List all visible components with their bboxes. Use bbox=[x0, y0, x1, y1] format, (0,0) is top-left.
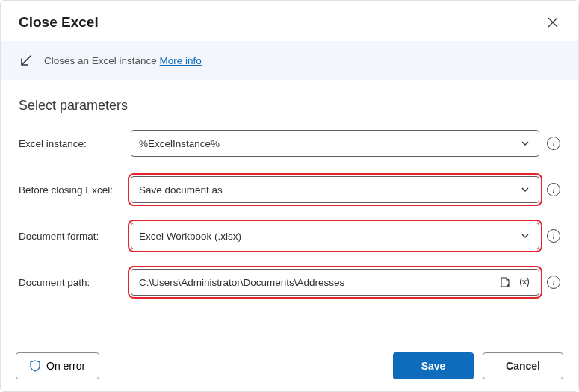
close-button[interactable] bbox=[545, 15, 560, 30]
more-info-link[interactable]: More info bbox=[160, 55, 202, 66]
chevron-down-icon bbox=[519, 231, 531, 240]
on-error-button[interactable]: On error bbox=[16, 352, 99, 379]
cancel-button[interactable]: Cancel bbox=[483, 352, 563, 379]
parameters-section: Select parameters Excel instance: %Excel… bbox=[1, 80, 578, 340]
shield-icon bbox=[30, 360, 40, 372]
label-document-path: Document path: bbox=[19, 277, 131, 288]
chevron-down-icon bbox=[519, 185, 531, 194]
info-icon-document-format[interactable]: i bbox=[547, 229, 560, 243]
label-before-closing: Before closing Excel: bbox=[19, 184, 131, 196]
label-document-format: Document format: bbox=[19, 231, 131, 242]
dialog-footer: On error Save Cancel bbox=[1, 340, 578, 391]
document-format-select[interactable]: Excel Workbook (.xlsx) bbox=[131, 223, 539, 249]
info-icon-document-path[interactable]: i bbox=[547, 276, 560, 289]
dialog-header: Close Excel bbox=[1, 1, 578, 41]
dialog-title: Close Excel bbox=[19, 14, 99, 31]
document-path-value: C:\Users\Administrator\Documents\Address… bbox=[139, 277, 498, 288]
close-icon bbox=[548, 17, 558, 28]
document-path-input[interactable]: C:\Users\Administrator\Documents\Address… bbox=[131, 269, 539, 296]
row-document-path: Document path: C:\Users\Administrator\Do… bbox=[19, 269, 560, 296]
before-closing-value: Save document as bbox=[139, 184, 519, 196]
close-excel-dialog: Close Excel Closes an Excel instance Mor… bbox=[0, 0, 579, 392]
on-error-label: On error bbox=[46, 360, 85, 372]
chevron-down-icon bbox=[519, 139, 531, 148]
section-heading: Select parameters bbox=[19, 98, 560, 113]
arrow-down-left-icon bbox=[19, 53, 34, 68]
row-excel-instance: Excel instance: %ExcelInstance% i bbox=[19, 130, 560, 157]
excel-instance-select[interactable]: %ExcelInstance% bbox=[131, 130, 539, 157]
save-button[interactable]: Save bbox=[393, 352, 474, 379]
row-before-closing: Before closing Excel: Save document as i bbox=[19, 176, 560, 203]
row-document-format: Document format: Excel Workbook (.xlsx) … bbox=[19, 223, 560, 249]
excel-instance-value: %ExcelInstance% bbox=[139, 138, 519, 149]
label-excel-instance: Excel instance: bbox=[19, 138, 131, 149]
info-icon-instance[interactable]: i bbox=[547, 137, 560, 150]
file-picker-icon[interactable] bbox=[498, 276, 512, 288]
document-format-value: Excel Workbook (.xlsx) bbox=[139, 231, 519, 242]
variable-picker-icon[interactable] bbox=[518, 276, 531, 288]
info-text-wrap: Closes an Excel instance More info bbox=[44, 55, 202, 66]
info-icon-before-closing[interactable]: i bbox=[547, 183, 560, 196]
info-bar: Closes an Excel instance More info bbox=[1, 41, 578, 80]
info-text: Closes an Excel instance bbox=[44, 55, 157, 66]
before-closing-select[interactable]: Save document as bbox=[131, 176, 539, 203]
